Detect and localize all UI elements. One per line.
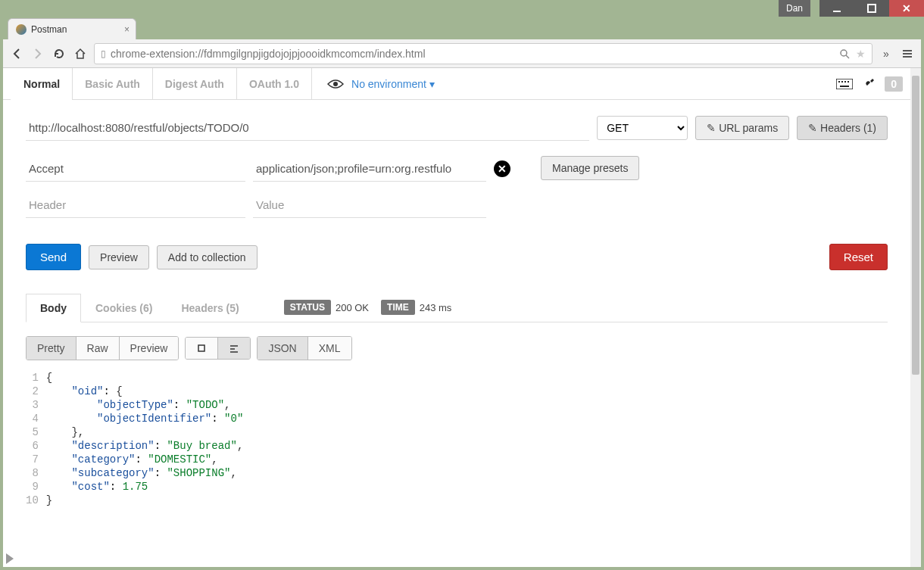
svg-rect-13: [840, 86, 849, 87]
header-row: ✕: [26, 156, 510, 182]
remove-header-button[interactable]: ✕: [494, 160, 510, 177]
header-row-new: [26, 192, 510, 218]
auth-tab-digest[interactable]: Digest Auth: [153, 68, 237, 100]
url-params-label: URL params: [719, 122, 778, 134]
response-tab-cookies[interactable]: Cookies (6): [81, 294, 167, 322]
favicon-icon: [16, 24, 27, 35]
request-row: GET ✎ URL params ✎ Headers (1): [26, 115, 888, 141]
bookmark-star-icon[interactable]: ★: [856, 48, 866, 60]
header-key-input[interactable]: [26, 156, 245, 182]
time-label: TIME: [381, 300, 415, 315]
header-key-input-new[interactable]: [26, 192, 245, 218]
keyboard-icon[interactable]: [836, 79, 853, 89]
svg-rect-1: [868, 5, 876, 12]
auth-tabs: Normal Basic Auth Digest Auth OAuth 1.0: [11, 68, 312, 100]
format-group: JSON XML: [257, 336, 351, 360]
response-status-info: STATUS 200 OK TIME 243 ms: [284, 300, 460, 315]
header-value-input[interactable]: [253, 156, 486, 182]
edit-icon: ✎: [808, 122, 817, 134]
forward-button[interactable]: [30, 46, 45, 61]
svg-rect-0: [833, 11, 841, 12]
svg-rect-9: [838, 81, 840, 83]
nav-toolbar: ▯ ★ »: [3, 39, 921, 68]
action-row: Send Preview Add to collection Reset: [26, 244, 888, 270]
render-mode-group: Pretty Raw Preview: [26, 336, 179, 360]
auth-tab-oauth1[interactable]: OAuth 1.0: [237, 68, 312, 100]
headers-toggle-button[interactable]: ✎ Headers (1): [797, 116, 888, 140]
wrap-icon[interactable]: [218, 338, 250, 359]
postman-top-toolbar: Normal Basic Auth Digest Auth OAuth 1.0 …: [3, 68, 910, 100]
reload-button[interactable]: [52, 46, 67, 61]
send-button[interactable]: Send: [26, 244, 81, 270]
http-method-select[interactable]: GET: [597, 116, 688, 140]
window-minimize-button[interactable]: [819, 0, 854, 17]
tab-title: Postman: [31, 24, 67, 35]
window-close-button[interactable]: ✕: [889, 0, 924, 17]
wrap-group: [185, 337, 251, 360]
environment-selector[interactable]: No environment ▾: [351, 78, 435, 90]
auth-tab-basic[interactable]: Basic Auth: [73, 68, 153, 100]
user-badge: Dan: [779, 0, 810, 17]
back-button[interactable]: [9, 46, 24, 61]
xml-button[interactable]: XML: [308, 337, 351, 360]
content-area: Normal Basic Auth Digest Auth OAuth 1.0 …: [3, 68, 921, 567]
history-count-badge[interactable]: 0: [885, 76, 903, 92]
preview-response-button[interactable]: Preview: [120, 337, 179, 360]
zoom-icon[interactable]: [839, 48, 850, 59]
scrollbar-thumb[interactable]: [912, 76, 919, 375]
svg-point-7: [333, 82, 338, 86]
auth-tab-normal[interactable]: Normal: [11, 68, 73, 100]
url-params-button[interactable]: ✎ URL params: [695, 116, 789, 140]
menu-button[interactable]: [900, 46, 915, 61]
browser-tab[interactable]: Postman ×: [8, 18, 136, 39]
code-content[interactable]: { "oid": { "objectType": "TODO", "object…: [46, 371, 243, 507]
response-tab-headers[interactable]: Headers (5): [167, 294, 253, 322]
response-tab-body[interactable]: Body: [26, 294, 81, 322]
edit-icon: ✎: [707, 122, 716, 134]
svg-rect-10: [841, 81, 843, 83]
svg-rect-14: [198, 345, 204, 351]
response-tabs: Body Cookies (6) Headers (5) STATUS 200 …: [26, 293, 888, 322]
preview-button[interactable]: Preview: [89, 245, 149, 269]
svg-point-2: [841, 50, 847, 56]
time-value: 243 ms: [420, 302, 452, 313]
browser-window: Postman × ▯ ★ »: [0, 17, 924, 570]
headers-section: ✕ Manage presets: [26, 156, 888, 229]
tab-strip: Postman ×: [3, 17, 921, 39]
address-input[interactable]: [111, 48, 839, 60]
environment-label: No environment: [351, 78, 426, 90]
headers-toggle-label: Headers (1): [820, 122, 876, 134]
status-label: STATUS: [284, 300, 331, 315]
address-bar[interactable]: ▯ ★: [94, 43, 872, 64]
response-body-viewer[interactable]: 12345678910 { "oid": { "objectType": "TO…: [26, 371, 888, 507]
header-value-input-new[interactable]: [253, 192, 486, 218]
eye-icon[interactable]: [327, 79, 344, 89]
reset-button[interactable]: Reset: [829, 244, 888, 270]
add-to-collection-button[interactable]: Add to collection: [157, 245, 258, 269]
tab-close-button[interactable]: ×: [124, 24, 130, 35]
json-button[interactable]: JSON: [258, 337, 307, 360]
line-numbers: 12345678910: [26, 371, 46, 507]
status-value: 200 OK: [336, 302, 369, 313]
overflow-button[interactable]: »: [879, 46, 894, 61]
window-maximize-button[interactable]: [854, 0, 889, 17]
svg-rect-11: [844, 81, 846, 83]
svg-rect-8: [836, 79, 853, 89]
home-button[interactable]: [73, 46, 88, 61]
copy-icon[interactable]: [186, 338, 218, 359]
vertical-scrollbar[interactable]: [910, 68, 921, 567]
settings-icon[interactable]: [862, 77, 876, 91]
expand-triangle-icon[interactable]: [6, 553, 14, 564]
raw-button[interactable]: Raw: [76, 337, 120, 360]
window-titlebar: Dan ✕: [0, 0, 924, 17]
request-url-input[interactable]: [26, 115, 589, 141]
svg-rect-12: [848, 81, 849, 83]
pretty-button[interactable]: Pretty: [27, 337, 76, 360]
page-icon: ▯: [101, 48, 106, 59]
svg-line-3: [846, 55, 849, 58]
view-mode-row: Pretty Raw Preview JSON XML: [26, 336, 888, 360]
manage-presets-button[interactable]: Manage presets: [541, 156, 639, 180]
